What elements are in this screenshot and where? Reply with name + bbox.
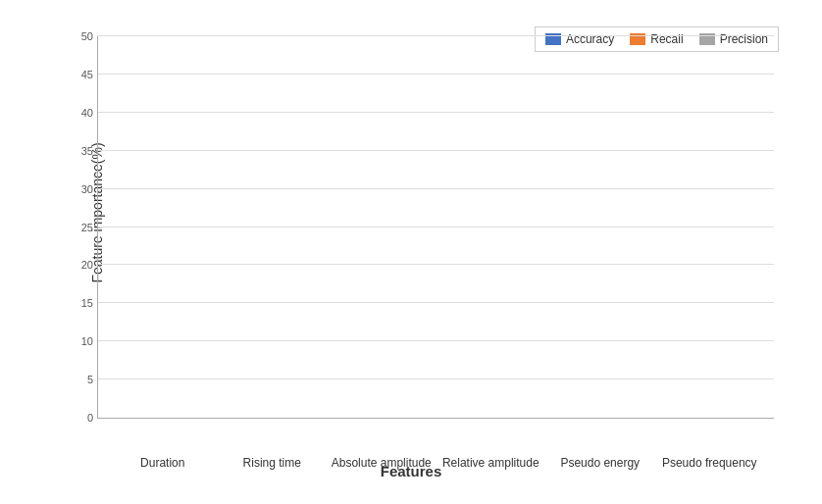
bars-container: [98, 36, 774, 418]
x-label: Relative amplitude: [437, 456, 546, 472]
chart-container: Feature importance(%) Accuracy Recall Pr…: [28, 17, 794, 487]
x-label: Pseudo frequency: [655, 456, 765, 472]
chart-area: 05101520253035404550 DurationRising time…: [97, 36, 774, 419]
y-tick-label: 20: [81, 259, 93, 271]
y-tick-label: 5: [87, 374, 93, 385]
x-axis-label: Features: [381, 463, 442, 479]
x-label: Pseudo energy: [545, 456, 655, 472]
y-tick-label: 50: [81, 30, 93, 42]
y-tick-label: 10: [81, 335, 93, 347]
y-tick-label: 25: [81, 222, 93, 233]
y-tick-label: 40: [81, 107, 93, 119]
x-label: Duration: [108, 456, 218, 472]
y-tick-label: 30: [81, 183, 93, 195]
y-tick-label: 15: [81, 297, 93, 309]
x-label: Rising time: [218, 456, 328, 472]
y-tick-label: 0: [87, 412, 93, 424]
y-tick-label: 35: [81, 145, 93, 157]
y-tick-label: 45: [81, 69, 93, 80]
